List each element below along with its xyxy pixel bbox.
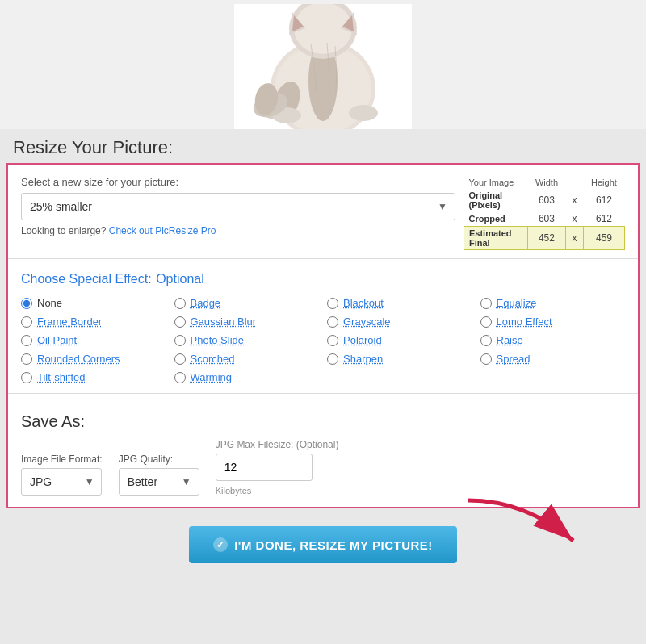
effect-scorched-radio[interactable] (174, 353, 186, 365)
effect-badge-radio[interactable] (174, 298, 186, 309)
page-title: Resize Your Picture: (13, 137, 633, 158)
effect-sharpen[interactable]: Sharpen (327, 353, 472, 365)
format-select[interactable]: JPG PNG GIF BMP (21, 468, 102, 496)
effect-equalize-radio[interactable] (480, 298, 492, 309)
effect-polaroid-radio[interactable] (327, 335, 338, 346)
effects-grid: None Badge Blackout Equalize Frame Borde… (21, 297, 625, 383)
effect-none[interactable]: None (21, 297, 166, 309)
effect-polaroid[interactable]: Polaroid (327, 334, 472, 346)
effect-frame-border-label[interactable]: Frame Border (37, 316, 102, 328)
effect-badge-label[interactable]: Badge (191, 297, 221, 309)
effect-photo-slide[interactable]: Photo Slide (174, 334, 320, 346)
effect-blackout[interactable]: Blackout (327, 297, 472, 309)
effect-raise-label[interactable]: Raise (497, 334, 523, 346)
done-button-label: I'M DONE, RESIZE MY PICTURE! (234, 538, 433, 552)
effect-none-radio[interactable] (21, 298, 32, 309)
resize-select[interactable]: 25% smaller 50% smaller 75% smaller Cust… (21, 193, 455, 220)
effect-gaussian-blur-label[interactable]: Gaussian Blur (191, 316, 257, 328)
quality-field: JPG Quality: Good Better Best ▼ (119, 454, 199, 496)
effect-gaussian-blur-radio[interactable] (174, 316, 186, 328)
format-select-wrapper: JPG PNG GIF BMP ▼ (21, 468, 103, 496)
effect-section: Choose Special Effect: Optional None Bad… (8, 259, 638, 394)
resize-select-wrapper: 25% smaller 50% smaller 75% smaller Cust… (21, 193, 455, 220)
effect-frame-border[interactable]: Frame Border (21, 316, 166, 328)
resize-left: Select a new size for your picture: 25% … (21, 176, 455, 236)
check-icon: ✓ (213, 537, 228, 552)
height-header: Height (583, 176, 624, 189)
effect-equalize-label[interactable]: Equalize (497, 297, 537, 309)
quality-label: JPG Quality: (119, 454, 199, 465)
svg-point-6 (349, 105, 378, 121)
effect-spread-label[interactable]: Spread (497, 353, 531, 365)
effect-oil-paint[interactable]: Oil Paint (21, 334, 166, 346)
effect-rounded-corners-label[interactable]: Rounded Corners (37, 353, 120, 365)
effect-blackout-label[interactable]: Blackout (343, 297, 384, 309)
effect-warming-label[interactable]: Warming (191, 371, 233, 383)
effect-spread-radio[interactable] (480, 353, 492, 365)
format-field: Image File Format: JPG PNG GIF BMP ▼ (21, 454, 103, 496)
max-filesize-input[interactable] (216, 454, 313, 481)
effect-grayscale-label[interactable]: Grayscale (343, 316, 391, 328)
effect-gaussian-blur[interactable]: Gaussian Blur (174, 316, 320, 328)
page-wrapper: Resize Your Picture: Select a new size f… (0, 0, 646, 576)
format-label: Image File Format: (21, 454, 103, 465)
cat-image (234, 4, 412, 129)
done-resize-button[interactable]: ✓ I'M DONE, RESIZE MY PICTURE! (189, 526, 457, 563)
effect-none-label[interactable]: None (37, 297, 62, 309)
effect-lomo-radio[interactable] (480, 316, 492, 328)
effect-title: Choose Special Effect: Optional (21, 269, 625, 287)
effect-grayscale[interactable]: Grayscale (327, 316, 472, 328)
effect-rounded-corners[interactable]: Rounded Corners (21, 353, 166, 365)
quality-select[interactable]: Good Better Best (119, 468, 199, 496)
effect-lomo[interactable]: Lomo Effect (480, 316, 626, 328)
effect-sharpen-label[interactable]: Sharpen (343, 353, 383, 365)
effect-oil-paint-radio[interactable] (21, 335, 32, 346)
effect-frame-border-radio[interactable] (21, 316, 32, 328)
effect-badge[interactable]: Badge (174, 297, 320, 309)
estimated-row: EstimatedFinal 452 x 459 (464, 227, 625, 250)
cropped-row: Cropped 603 x 612 (464, 211, 625, 227)
max-filesize-label: JPG Max Filesize: (Optional) (216, 439, 339, 450)
effect-scorched-label[interactable]: Scorched (191, 353, 235, 365)
effect-rounded-corners-radio[interactable] (21, 353, 32, 365)
image-stats-table: Your Image Width Height Original(Pixels)… (464, 176, 625, 250)
cat-image-area (0, 0, 646, 129)
resize-label: Select a new size for your picture: (21, 176, 455, 188)
effect-photo-slide-radio[interactable] (174, 335, 186, 346)
image-stats: Your Image Width Height Original(Pixels)… (464, 176, 625, 250)
original-row: Original(Pixels) 603 x 612 (464, 189, 625, 211)
effect-equalize[interactable]: Equalize (480, 297, 626, 309)
effect-raise[interactable]: Raise (480, 334, 626, 346)
resize-section: Select a new size for your picture: 25% … (8, 165, 638, 259)
effect-sharpen-radio[interactable] (327, 353, 338, 365)
effect-oil-paint-label[interactable]: Oil Paint (37, 334, 77, 346)
enlarge-link-text: Looking to enlarge? Check out PicResize … (21, 225, 455, 236)
max-filesize-field: JPG Max Filesize: (Optional) Kilobytes (216, 439, 339, 496)
picresize-pro-link[interactable]: Check out PicResize Pro (109, 225, 216, 236)
effect-photo-slide-label[interactable]: Photo Slide (191, 334, 245, 346)
effect-scorched[interactable]: Scorched (174, 353, 320, 365)
effect-warming-radio[interactable] (174, 372, 186, 383)
effect-raise-radio[interactable] (480, 335, 492, 346)
effect-polaroid-label[interactable]: Polaroid (343, 334, 382, 346)
effect-warming[interactable]: Warming (174, 371, 320, 383)
save-as-title: Save As: (21, 404, 625, 431)
your-image-header: Your Image (464, 176, 528, 189)
save-section: Save As: Image File Format: JPG PNG GIF … (8, 394, 638, 507)
width-header: Width (528, 176, 566, 189)
effect-blackout-radio[interactable] (327, 298, 338, 309)
effect-spread[interactable]: Spread (480, 353, 626, 365)
section-title-bar: Resize Your Picture: (0, 129, 646, 163)
effect-tilt-shifted-radio[interactable] (21, 372, 32, 383)
effect-lomo-label[interactable]: Lomo Effect (497, 316, 552, 328)
main-panel: Select a new size for your picture: 25% … (6, 163, 640, 508)
arrow-icon (460, 492, 581, 565)
effect-tilt-shifted-label[interactable]: Tilt-shifted (37, 371, 85, 383)
effect-tilt-shifted[interactable]: Tilt-shifted (21, 371, 166, 383)
quality-select-wrapper: Good Better Best ▼ (119, 468, 199, 496)
bottom-area: ✓ I'M DONE, RESIZE MY PICTURE! (0, 516, 646, 576)
save-fields: Image File Format: JPG PNG GIF BMP ▼ JPG… (21, 439, 625, 496)
effect-grayscale-radio[interactable] (327, 316, 338, 328)
kilobytes-label: Kilobytes (216, 486, 339, 496)
